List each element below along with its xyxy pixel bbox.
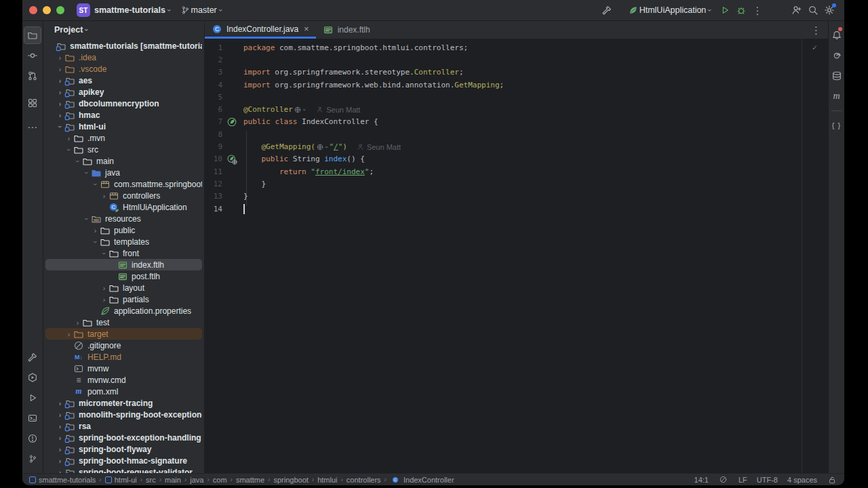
- tree-chevron-icon[interactable]: ›: [56, 123, 64, 131]
- tree-chevron-icon[interactable]: ›: [56, 434, 64, 442]
- editor-tab[interactable]: CIndexController.java×: [205, 21, 316, 39]
- tree-chevron-icon[interactable]: ›: [56, 100, 64, 108]
- tree-chevron-icon[interactable]: ›: [56, 468, 64, 474]
- url-mapping-globe-icon[interactable]: ›: [316, 143, 328, 151]
- tree-chevron-icon[interactable]: ›: [91, 238, 100, 246]
- project-tree-item[interactable]: ›target: [45, 328, 202, 340]
- project-tree-item[interactable]: index.ftlh: [45, 259, 202, 270]
- project-tree-item[interactable]: ›spring-boot-hmac-signature: [45, 455, 202, 466]
- project-tree-item[interactable]: mpom.xml: [45, 386, 202, 397]
- project-tree-item[interactable]: ›monolith-spring-boot-exception-handling: [45, 409, 202, 420]
- settings-gear-icon[interactable]: [821, 2, 837, 18]
- project-tree-item[interactable]: ›java: [45, 167, 202, 178]
- code-line[interactable]: 6@Controller›Seun Matt: [205, 103, 828, 115]
- problems-tool-icon[interactable]: [24, 430, 41, 447]
- code-line[interactable]: 8: [205, 128, 828, 140]
- breadcrumb-item[interactable]: htmlui: [317, 476, 337, 484]
- notifications-tool-icon[interactable]: [829, 26, 844, 44]
- terminal-tool-icon[interactable]: [24, 409, 41, 427]
- tree-chevron-icon[interactable]: ›: [56, 77, 64, 85]
- code-author-hint[interactable]: Seun Matt: [316, 106, 360, 114]
- run-configuration-widget[interactable]: HtmlUiApplication ›: [627, 2, 714, 18]
- database-tool-icon[interactable]: [829, 67, 844, 85]
- build-icon[interactable]: [599, 2, 615, 18]
- code-editor[interactable]: 1package com.smattme.springboot.htmlui.c…: [205, 39, 828, 473]
- encoding-widget[interactable]: UTF-8: [757, 476, 778, 484]
- tree-chevron-icon[interactable]: ›: [73, 319, 82, 327]
- highlighting-level-icon[interactable]: [718, 474, 729, 485]
- tree-chevron-icon[interactable]: ›: [91, 180, 100, 188]
- breadcrumb-item[interactable]: main: [165, 476, 181, 484]
- maven-tool-icon[interactable]: m: [829, 87, 844, 105]
- tree-chevron-icon[interactable]: ›: [56, 399, 64, 407]
- pull-requests-tool-icon[interactable]: [24, 67, 41, 85]
- code-line[interactable]: 13}: [205, 190, 828, 203]
- url-mapping-globe-icon[interactable]: ›: [294, 106, 306, 114]
- minimize-window-button[interactable]: [43, 6, 51, 14]
- project-tree-item[interactable]: smattme-tutorials [smattme-tutorials-par…: [45, 40, 202, 52]
- breadcrumb-item[interactable]: java: [190, 476, 203, 484]
- tree-chevron-icon[interactable]: ›: [56, 422, 64, 430]
- project-tree-item[interactable]: .gitignore: [45, 340, 202, 351]
- bean-gutter-icon[interactable]: [226, 117, 237, 127]
- code-line[interactable]: 7public class IndexController {: [205, 116, 828, 128]
- breadcrumb-item[interactable]: CIndexController: [390, 474, 454, 485]
- tree-chevron-icon[interactable]: ›: [56, 411, 64, 419]
- readonly-lock-icon[interactable]: [827, 474, 837, 485]
- tree-chevron-icon[interactable]: ›: [100, 284, 108, 292]
- project-tree-item[interactable]: ›partials: [45, 293, 202, 305]
- tree-chevron-icon[interactable]: ›: [64, 134, 73, 142]
- code-line[interactable]: 5: [205, 91, 828, 103]
- breadcrumb-item[interactable]: com: [213, 476, 227, 484]
- project-name[interactable]: smattme-tutorials: [94, 5, 165, 15]
- search-everywhere-icon[interactable]: [805, 2, 821, 18]
- code-line[interactable]: 9 @GetMapping(›"/")Seun Matt: [205, 140, 828, 152]
- commit-tool-icon[interactable]: [24, 47, 41, 64]
- code-author-hint[interactable]: Seun Matt: [357, 143, 401, 151]
- project-tree-item[interactable]: application.properties: [45, 305, 202, 317]
- close-window-button[interactable]: [29, 6, 37, 14]
- tree-chevron-icon[interactable]: ›: [82, 169, 91, 177]
- more-actions-icon[interactable]: ⋮: [749, 2, 766, 18]
- project-tree-item[interactable]: ›aes: [45, 75, 202, 86]
- project-tree-item[interactable]: ›com.smattme.springboot.htmlui: [45, 178, 202, 190]
- project-tree-item[interactable]: ›micrometer-tracing: [45, 397, 202, 409]
- breadcrumb-item[interactable]: src: [146, 476, 156, 484]
- more-tool-icon[interactable]: ⋮: [24, 119, 41, 136]
- project-tree-item[interactable]: ›templates: [45, 236, 202, 247]
- project-tree-item[interactable]: ›test: [45, 317, 202, 328]
- code-line[interactable]: 11 return "front/index";: [205, 165, 828, 178]
- project-tree-item[interactable]: ›apikey: [45, 86, 202, 98]
- tree-chevron-icon[interactable]: ›: [82, 215, 91, 223]
- tree-chevron-icon[interactable]: ›: [100, 192, 108, 200]
- project-tree-item[interactable]: ›rsa: [45, 420, 202, 432]
- tree-chevron-icon[interactable]: ›: [56, 88, 64, 96]
- services-tool-icon[interactable]: [24, 369, 41, 386]
- breadcrumb-item[interactable]: smattme: [236, 476, 264, 484]
- build-tool-icon[interactable]: [24, 348, 41, 366]
- project-tree-item[interactable]: post.ftlh: [45, 270, 202, 282]
- project-tree-item[interactable]: ›.idea: [45, 52, 202, 63]
- breadcrumb-item[interactable]: controllers: [347, 476, 381, 484]
- tree-chevron-icon[interactable]: ›: [56, 457, 64, 465]
- caret-position-widget[interactable]: 14:1: [694, 476, 709, 484]
- project-tree-item[interactable]: M↓HELP.md: [45, 351, 202, 363]
- tree-chevron-icon[interactable]: ›: [56, 445, 64, 453]
- breadcrumb-item[interactable]: smattme-tutorials: [29, 476, 96, 484]
- line-separator-widget[interactable]: LF: [738, 476, 747, 484]
- project-tree-item[interactable]: mvnw: [45, 363, 202, 374]
- project-tree-item[interactable]: ›spring-boot-request-validator: [45, 466, 202, 473]
- project-tree-item[interactable]: ›resources: [45, 213, 202, 224]
- tree-chevron-icon[interactable]: ›: [56, 65, 64, 73]
- project-tree-item[interactable]: ›hmac: [45, 109, 202, 121]
- editor-tab[interactable]: index.ftlh: [316, 21, 377, 39]
- project-tree-item[interactable]: ›html-ui: [45, 121, 202, 132]
- beans-tool-icon[interactable]: { }: [829, 117, 844, 134]
- code-line[interactable]: 3import org.springframework.stereotype.C…: [205, 66, 828, 79]
- breadcrumb-item[interactable]: springboot: [273, 476, 308, 484]
- tree-chevron-icon[interactable]: ›: [56, 111, 64, 119]
- inspections-ok-icon[interactable]: ✓: [812, 43, 817, 52]
- tree-chevron-icon[interactable]: ›: [56, 54, 64, 62]
- code-line[interactable]: 1package com.smattme.springboot.htmlui.c…: [205, 41, 828, 54]
- project-tree-item[interactable]: ›layout: [45, 282, 202, 293]
